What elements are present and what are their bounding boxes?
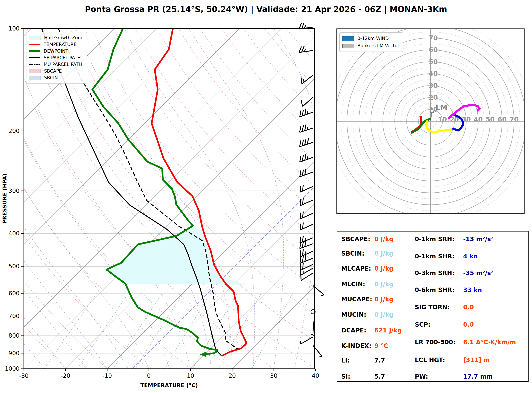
pressure-tick-label: 300 <box>8 187 20 194</box>
indices-panel: SBCAPE:0 J/kgSBCIN:0 J/kgMLCAPE:0 J/kgML… <box>337 231 529 382</box>
index-label: 0-1km SHR: <box>415 253 455 260</box>
wind-barb-halftick <box>307 111 308 114</box>
hodograph-axis-label: 70 <box>510 116 519 123</box>
wind-barb-tick <box>302 170 303 176</box>
index-label: LR 700-500: <box>415 339 456 346</box>
legend-label: SBCIN <box>44 75 58 80</box>
wind-barb-tick <box>300 111 301 117</box>
index-value: 0 J/kg <box>374 296 393 303</box>
index-value: -35 m²/s² <box>463 270 493 277</box>
wind-barb-tick <box>303 198 303 205</box>
pressure-tick-label: 500 <box>8 263 20 270</box>
wind-barb-tick <box>300 242 301 249</box>
wind-barb-staff <box>300 112 313 117</box>
index-value: 9 °C <box>374 342 388 349</box>
legend-label: SBCAPE <box>44 69 62 74</box>
wind-barb-halftick <box>319 357 322 357</box>
hodograph-ring-label: 30 <box>429 82 438 89</box>
index-value: 0.0 <box>463 321 474 328</box>
index-label: 0-1km SRH: <box>415 236 455 243</box>
wind-barb-staff <box>300 258 313 264</box>
mixing-ratio-line <box>135 293 183 369</box>
legend-item: TEMPERATURE <box>29 41 83 48</box>
wind-barb-staff <box>300 224 313 230</box>
moist-adiabat <box>189 29 284 369</box>
index-value: 7.7 <box>374 357 385 364</box>
hodograph-axis-label: 40 <box>474 116 483 123</box>
wind-barb-tick <box>300 186 301 192</box>
index-label: K-INDEX: <box>341 342 371 349</box>
index-label: SCP: <box>415 321 430 328</box>
wind-barb-staff <box>300 142 313 147</box>
lm-label: LM <box>436 103 447 112</box>
wind-barb-staff <box>300 157 313 162</box>
index-label: SIG TORN: <box>415 304 450 311</box>
legend-label: DEWPOINT <box>44 49 68 54</box>
wind-barb-staff <box>301 337 313 344</box>
legend-swatch <box>342 44 354 48</box>
index-value: -13 m²/s² <box>463 236 493 243</box>
legend-item: MU PARCEL PATH <box>29 61 83 68</box>
skewt-legend: Hail Growth ZoneTEMPERATUREDEWPOINTSB PA… <box>26 32 87 84</box>
wind-barb-tick <box>307 138 309 144</box>
legend-swatch <box>29 44 40 45</box>
index-value: 0 J/kg <box>374 250 393 257</box>
wind-barb-staff <box>300 213 313 219</box>
index-label: MLCAPE: <box>341 265 371 272</box>
wind-barb-tick <box>300 140 301 147</box>
wind-barb-staff <box>300 238 313 243</box>
pressure-tick-label: 100 <box>8 25 20 32</box>
page-title: Ponta Grossa PR (25.14°S, 50.24°W) | Val… <box>0 5 532 14</box>
wind-barb-halftick <box>305 238 305 241</box>
legend-swatch <box>29 50 40 52</box>
index-value: 33 kn <box>463 286 482 294</box>
legend-item: SBCIN <box>29 74 83 81</box>
hodograph-ring-label: 60 <box>429 46 438 54</box>
wind-barb-staff <box>300 128 313 132</box>
wind-barb-tick <box>303 185 303 191</box>
wind-barb-staff <box>300 251 313 257</box>
index-label: LCL HGT: <box>415 357 445 364</box>
wind-barb-tick <box>300 257 301 264</box>
wind-barb-staff <box>303 97 313 107</box>
index-value: 6.1 Δ°C·K/km/m <box>463 339 516 346</box>
wind-barb-tick <box>303 222 303 229</box>
index-label: MUCIN: <box>341 311 366 318</box>
legend-swatch <box>29 69 41 73</box>
mixing-ratio-line <box>77 293 128 369</box>
hodograph-axis-label: 50 <box>486 116 495 123</box>
wind-barb-tick <box>303 263 303 269</box>
pressure-tick-label: 800 <box>8 332 20 339</box>
legend-item: Hail Growth Zone <box>29 34 83 41</box>
legend-item: Bunkers LM Vector <box>342 42 399 49</box>
legend-label: TEMPERATURE <box>44 42 76 47</box>
wind-barb-tick <box>300 126 301 132</box>
wind-barb-tick <box>300 156 301 162</box>
pressure-tick-label: 1000 <box>5 365 20 372</box>
wind-barb-tick <box>301 100 303 107</box>
legend-item: DEWPOINT <box>29 48 83 54</box>
wind-barb-halftick <box>321 295 324 296</box>
wind-barb-tick <box>300 251 301 257</box>
wind-barb-halftick <box>307 156 308 159</box>
index-value: [311] m <box>463 357 490 364</box>
wind-barb-tick <box>300 213 301 219</box>
wind-barb-tick <box>300 237 301 243</box>
wind-barb-tick <box>303 211 303 218</box>
index-label: SI: <box>341 373 350 380</box>
wind-barb-staff <box>313 286 324 295</box>
pressure-tick-label: 200 <box>8 128 20 134</box>
wind-barb-tick <box>302 236 303 242</box>
wind-barb-tick <box>301 77 302 84</box>
legend-item: 0-12km WIND <box>342 35 399 42</box>
x-tick-label: 10 <box>187 372 194 379</box>
legend-label: 0-12km WIND <box>357 36 389 41</box>
wind-barb-tick <box>302 110 303 116</box>
index-value: 0 J/kg <box>374 281 393 288</box>
wind-barb-tick <box>299 46 301 52</box>
index-label: 0-3km SRH: <box>415 270 455 277</box>
index-label: SBCAPE: <box>341 236 370 243</box>
hodograph-ring-label: 20 <box>429 94 438 101</box>
x-tick-label: 40 <box>312 372 319 379</box>
index-label: SBCIN: <box>341 250 364 257</box>
